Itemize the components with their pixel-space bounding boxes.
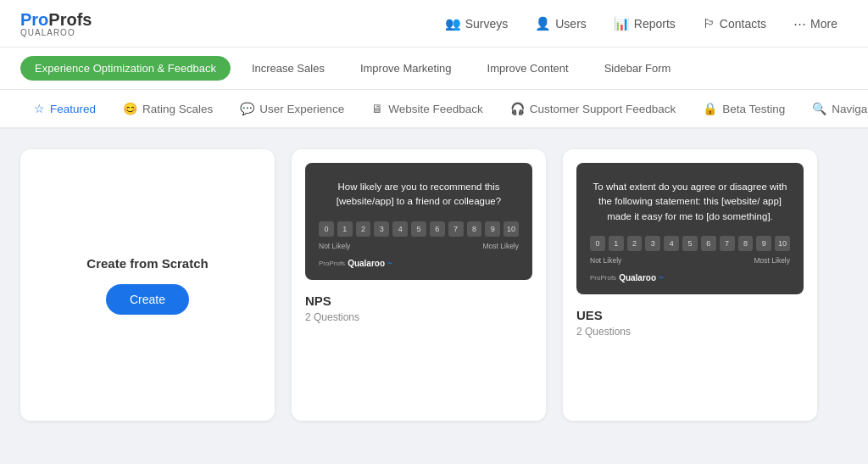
nps-logo: ProProfs Qualaroo ~ (319, 259, 519, 268)
nps-logo-pro: ProProfs (319, 260, 345, 267)
filter-imp-mktg[interactable]: Improve Marketing (346, 56, 466, 81)
ues-preview: To what extent do you agree or disagree … (576, 163, 804, 294)
nav-contacts[interactable]: 🏳 Contacts (693, 11, 776, 36)
tab-beta[interactable]: 🔒 Beta Testing (689, 90, 798, 129)
filter-sidebar[interactable]: Sidebar Form (590, 56, 686, 81)
nps-title: NPS (305, 293, 532, 308)
ues-title: UES (576, 308, 804, 322)
nav-contacts-label: Contacts (720, 17, 766, 31)
tab-nav-label: Navigation testing (832, 103, 868, 115)
ues-question: To what extent do you agree or disagree … (590, 180, 790, 224)
ues-logo-brand: Qualaroo (619, 273, 656, 282)
card-ues: To what extent do you agree or disagree … (563, 149, 817, 421)
nps-scale: 0 1 2 3 4 5 6 7 8 9 10 (319, 221, 519, 237)
tab-website[interactable]: 🖥 Website Feedback (358, 90, 497, 129)
nav-reports-label: Reports (634, 17, 676, 31)
featured-icon: ☆ (34, 102, 45, 115)
create-title: Create from Scratch (86, 256, 208, 271)
nps-label-right: Most Likely (482, 242, 519, 250)
rating-icon: 😊 (123, 102, 137, 115)
nav-users[interactable]: 👤 Users (525, 11, 597, 36)
tab-website-label: Website Feedback (388, 103, 483, 115)
main-content: Create from Scratch Create How likely ar… (0, 129, 868, 464)
beta-icon: 🔒 (703, 102, 717, 115)
nps-labels: Not Likely Most Likely (319, 242, 519, 250)
ues-labels: Not Likely Most Likely (590, 256, 790, 265)
support-icon: 🎧 (510, 102, 525, 115)
ues-logo-pro: ProProfs (590, 274, 616, 282)
card-nps: How likely are you to recommend this [we… (292, 149, 546, 421)
surveys-icon: 👥 (445, 16, 461, 31)
website-icon: 🖥 (371, 102, 383, 115)
tab-rating-label: Rating Scales (142, 103, 213, 115)
nps-meta: 2 Questions (305, 311, 532, 323)
logo-sub: Qualaroo (20, 28, 75, 37)
tab-featured-label: Featured (50, 103, 96, 115)
logo-profs: Profs (48, 10, 92, 29)
filter-exp-opt[interactable]: Experience Optimization & Feedback (20, 56, 231, 81)
ues-info: UES 2 Questions (563, 294, 817, 351)
ues-meta: 2 Questions (576, 326, 804, 338)
nps-preview: How likely are you to recommend this [we… (305, 163, 532, 280)
nav-more-label: More (810, 17, 837, 31)
category-tabs: ☆ Featured 😊 Rating Scales 💬 User Experi… (0, 90, 868, 129)
card-create: Create from Scratch Create (20, 149, 275, 421)
nav-more[interactable]: ⋯ More (783, 11, 848, 36)
filter-inc-sales[interactable]: Increase Sales (237, 56, 339, 81)
filter-imp-cont[interactable]: Improve Content (473, 56, 583, 81)
more-icon: ⋯ (793, 16, 806, 31)
users-icon: 👤 (535, 16, 551, 31)
tab-support-label: Customer Support Feedback (530, 103, 676, 115)
tab-beta-label: Beta Testing (722, 103, 785, 115)
nps-label-left: Not Likely (319, 242, 350, 250)
tab-rating[interactable]: 😊 Rating Scales (109, 90, 226, 129)
nav-surveys[interactable]: 👥 Surveys (435, 11, 519, 36)
nps-info: NPS 2 Questions (292, 280, 546, 337)
tab-support[interactable]: 🎧 Customer Support Feedback (497, 90, 690, 129)
nav-right: 👥 Surveys 👤 Users 📊 Reports 🏳 Contacts ⋯… (435, 11, 848, 36)
tab-nav[interactable]: 🔍 Navigation testing (798, 90, 868, 129)
tab-featured[interactable]: ☆ Featured (20, 90, 109, 129)
logo: ProProfs Qualaroo (20, 10, 92, 37)
filter-bar: Experience Optimization & Feedback Incre… (0, 48, 868, 90)
nps-logo-brand: Qualaroo (348, 259, 385, 268)
nav-users-label: Users (555, 17, 587, 31)
tab-ux[interactable]: 💬 User Experience (226, 90, 358, 129)
contacts-icon: 🏳 (703, 16, 715, 31)
nav-surveys-label: Surveys (465, 17, 509, 31)
logo-pro: Pro (20, 10, 48, 29)
ues-logo: ProProfs Qualaroo ~ (590, 273, 790, 282)
nav-reports[interactable]: 📊 Reports (604, 11, 686, 36)
ux-icon: 💬 (240, 102, 254, 115)
ues-scale: 0 1 2 3 4 5 6 7 8 9 10 (590, 236, 790, 251)
ues-label-left: Not Likely (590, 256, 621, 265)
header: ProProfs Qualaroo 👥 Surveys 👤 Users 📊 Re… (0, 0, 868, 48)
ues-label-right: Most Likely (754, 256, 790, 265)
tab-ux-label: User Experience (259, 103, 344, 115)
reports-icon: 📊 (614, 16, 630, 31)
cards-grid: Create from Scratch Create How likely ar… (20, 149, 848, 421)
nps-question: How likely are you to recommend this [we… (319, 180, 519, 210)
nav-icon: 🔍 (812, 102, 826, 115)
create-button[interactable]: Create (106, 284, 189, 315)
